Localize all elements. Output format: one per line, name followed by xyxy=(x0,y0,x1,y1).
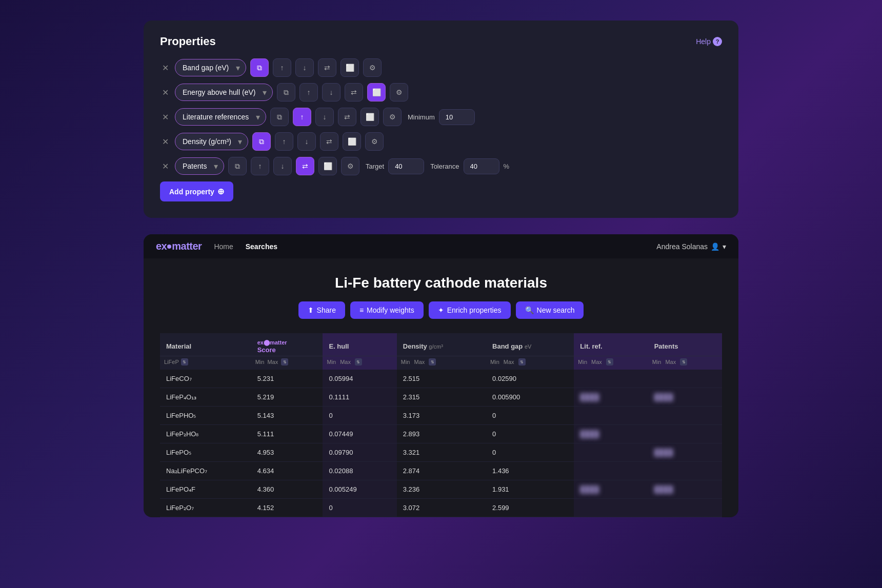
share-icon: ⬆ xyxy=(308,306,314,314)
remove-litref-button[interactable]: ✕ xyxy=(160,110,171,124)
patents-target-group: Target xyxy=(366,158,424,174)
filter-litref-icon[interactable]: ⇅ xyxy=(606,358,613,366)
remove-ehull-button[interactable]: ✕ xyxy=(160,86,171,99)
remove-patents-button[interactable]: ✕ xyxy=(160,159,171,173)
copy-icon-btn-2[interactable]: ⧉ xyxy=(277,83,295,102)
shuffle-btn-1[interactable]: ⇄ xyxy=(318,58,336,77)
sort-asc-btn-1[interactable]: ↑ xyxy=(273,58,291,77)
filter-ehull-icon[interactable]: ⇅ xyxy=(355,358,362,366)
file-btn-1[interactable]: ⬜ xyxy=(340,58,359,77)
col-patents: Patents xyxy=(648,333,722,356)
copy-icon-btn-4[interactable]: ⧉ xyxy=(252,132,271,151)
patents-tolerance-group: Tolerance % xyxy=(430,158,509,174)
shuffle-btn-2[interactable]: ⇄ xyxy=(345,83,363,102)
help-icon: ? xyxy=(713,37,722,46)
sort-desc-btn-5[interactable]: ↓ xyxy=(273,157,292,175)
bandgap-select[interactable]: Band gap (eV) xyxy=(175,59,246,76)
density-select-wrapper: Density (g/cm³) xyxy=(175,133,248,150)
patents-tolerance-input[interactable] xyxy=(464,158,499,174)
table-row: LiFePO₅4.9530.097903.3210████ xyxy=(160,443,722,462)
table-row: Na₂LiFePCO₇4.6340.020882.8741.436 xyxy=(160,462,722,480)
col-ehull: E. hull xyxy=(323,333,396,356)
filter-score-icon[interactable]: ⇅ xyxy=(281,358,288,366)
filter-btn-1[interactable]: ⚙ xyxy=(363,58,382,77)
subheader-ehull: Min Max ⇅ xyxy=(323,356,396,370)
patents-tolerance-label: Tolerance xyxy=(430,163,459,170)
pct-suffix: % xyxy=(504,163,510,170)
litref-select-wrapper: Literature references xyxy=(175,108,266,126)
sort-asc-btn-5[interactable]: ↑ xyxy=(251,157,269,175)
results-panel: exmatter Home Searches Andrea Solanas 👤 … xyxy=(144,234,738,517)
filter-material-icon[interactable]: ⇅ xyxy=(181,358,188,366)
enrich-properties-button[interactable]: ✦ Enrich properties xyxy=(429,301,511,319)
add-property-button[interactable]: Add property ⊕ xyxy=(160,181,233,201)
litref-filter-label: Minimum xyxy=(408,113,435,121)
col-bandgap: Band gap eV xyxy=(486,333,574,356)
panel-title: Properties xyxy=(160,35,216,48)
patents-select-wrapper: Patents xyxy=(175,157,224,175)
modify-weights-button[interactable]: ≡ Modify weights xyxy=(350,301,424,319)
patents-target-input[interactable] xyxy=(388,158,424,174)
share-button[interactable]: ⬆ Share xyxy=(298,301,345,319)
nav-searches[interactable]: Searches xyxy=(246,242,277,251)
file-btn-4[interactable]: ⬜ xyxy=(343,132,361,151)
results-content: Li-Fe battery cathode materials ⬆ Share … xyxy=(144,258,738,517)
brand-logo: exmatter xyxy=(156,240,202,252)
top-nav: exmatter Home Searches Andrea Solanas 👤 … xyxy=(144,234,738,258)
sort-asc-btn-2[interactable]: ↑ xyxy=(299,83,318,102)
sort-asc-btn-3[interactable]: ↑ xyxy=(293,108,311,126)
filter-btn-4[interactable]: ⚙ xyxy=(365,132,384,151)
bandgap-select-wrapper: Band gap (eV) xyxy=(175,59,246,76)
filter-btn-5[interactable]: ⚙ xyxy=(341,157,359,175)
copy-icon-btn-1[interactable]: ⧉ xyxy=(250,58,269,77)
file-btn-2[interactable]: ⬜ xyxy=(367,83,386,102)
sort-desc-btn-1[interactable]: ↓ xyxy=(295,58,314,77)
properties-panel: Properties Help ? ✕ Band gap (eV) ⧉ ↑ ↓ … xyxy=(144,21,738,218)
subheader-material: LiFeP ⇅ xyxy=(160,356,251,370)
sliders-icon: ≡ xyxy=(359,306,364,314)
litref-select[interactable]: Literature references xyxy=(175,108,266,126)
user-info: Andrea Solanas 👤 ▾ xyxy=(656,242,726,251)
remove-density-button[interactable]: ✕ xyxy=(160,135,171,149)
help-link[interactable]: Help ? xyxy=(696,37,722,46)
table-row: LiFeCO₇5.2310.059942.5150.02590 xyxy=(160,370,722,388)
shuffle-btn-3[interactable]: ⇄ xyxy=(338,108,356,126)
copy-icon-btn-5[interactable]: ⧉ xyxy=(228,157,247,175)
filter-patents-icon[interactable]: ⇅ xyxy=(680,358,687,366)
search-icon: 🔍 xyxy=(525,306,534,314)
results-title: Li-Fe battery cathode materials xyxy=(160,275,722,291)
density-select[interactable]: Density (g/cm³) xyxy=(175,133,248,150)
remove-bandgap-button[interactable]: ✕ xyxy=(160,61,171,75)
results-table: Material ex⬤matterScore E. hull Density … xyxy=(160,333,722,517)
copy-icon-btn-3[interactable]: ⧉ xyxy=(270,108,289,126)
filter-density-icon[interactable]: ⇅ xyxy=(429,358,436,366)
filter-btn-2[interactable]: ⚙ xyxy=(390,83,408,102)
sort-asc-btn-4[interactable]: ↑ xyxy=(275,132,293,151)
file-btn-3[interactable]: ⬜ xyxy=(360,108,379,126)
shuffle-btn-5[interactable]: ⇄ xyxy=(296,157,314,175)
file-btn-5[interactable]: ⬜ xyxy=(318,157,337,175)
nav-home[interactable]: Home xyxy=(214,242,233,251)
table-row: LiFeP₂HO₈5.1110.074492.8930████ xyxy=(160,425,722,443)
table-row: LiFePO₄F4.3600.0052493.2361.931████████ xyxy=(160,480,722,499)
property-row-patents: ✕ Patents ⧉ ↑ ↓ ⇄ ⬜ ⚙ Target Tolerance % xyxy=(160,157,722,175)
patents-select[interactable]: Patents xyxy=(175,157,224,175)
col-density: Density g/cm³ xyxy=(397,333,486,356)
subheader-score: Min Max ⇅ xyxy=(251,356,323,370)
patents-target-label: Target xyxy=(366,163,384,170)
sparkle-icon: ✦ xyxy=(438,306,444,314)
col-litref: Lit. ref. xyxy=(574,333,648,356)
sort-desc-btn-4[interactable]: ↓ xyxy=(297,132,316,151)
filter-bandgap-icon[interactable]: ⇅ xyxy=(518,358,526,366)
ehull-select[interactable]: Energy above hull (eV) xyxy=(175,84,273,101)
sort-desc-btn-2[interactable]: ↓ xyxy=(322,83,340,102)
litref-min-input[interactable] xyxy=(439,109,475,125)
chevron-down-icon[interactable]: ▾ xyxy=(723,242,726,251)
table-row: LiFePHO₅5.14303.1730 xyxy=(160,407,722,425)
new-search-button[interactable]: 🔍 New search xyxy=(516,301,584,319)
property-row-bandgap: ✕ Band gap (eV) ⧉ ↑ ↓ ⇄ ⬜ ⚙ xyxy=(160,58,722,77)
brand-dot xyxy=(167,245,171,249)
filter-btn-3[interactable]: ⚙ xyxy=(383,108,402,126)
shuffle-btn-4[interactable]: ⇄ xyxy=(320,132,338,151)
sort-desc-btn-3[interactable]: ↓ xyxy=(315,108,334,126)
